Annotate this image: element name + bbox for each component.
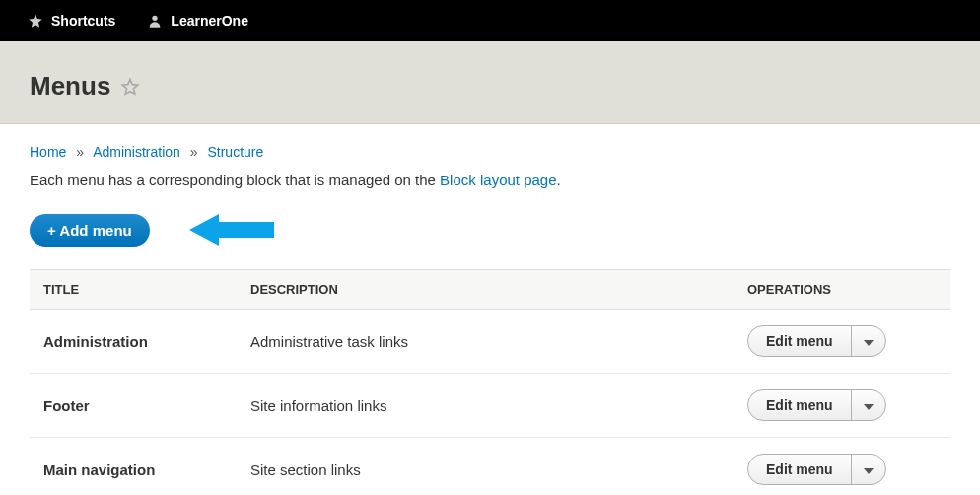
table-row: Footer Site information links Edit menu <box>30 374 950 438</box>
table-row: Administration Administrative task links… <box>30 310 950 374</box>
menu-operations-cell: Edit menu <box>734 310 950 374</box>
menu-description-cell: Site information links <box>237 374 734 438</box>
breadcrumb-separator: » <box>76 144 84 160</box>
menu-operations-cell: Edit menu <box>734 374 950 438</box>
menu-title-cell: Administration <box>30 310 237 374</box>
block-layout-page-link[interactable]: Block layout page <box>440 172 556 188</box>
admin-toolbar: Shortcuts LearnerOne <box>0 0 980 41</box>
breadcrumb-link-administration[interactable]: Administration <box>93 144 180 160</box>
caret-down-icon <box>864 461 874 477</box>
menus-table: TITLE DESCRIPTION OPERATIONS Administrat… <box>30 269 950 495</box>
operations-toggle-button[interactable] <box>851 390 885 420</box>
column-header-title: TITLE <box>30 270 237 310</box>
breadcrumb-link-home[interactable]: Home <box>30 144 66 160</box>
page-header: Menus <box>0 41 980 124</box>
arrow-annotation-icon <box>189 210 274 249</box>
operations-toggle-button[interactable] <box>851 326 885 356</box>
edit-menu-button[interactable]: Edit menu <box>748 390 851 420</box>
column-header-operations: OPERATIONS <box>734 270 950 310</box>
breadcrumb: Home » Administration » Structure <box>30 144 950 160</box>
edit-menu-button[interactable]: Edit menu <box>748 455 851 484</box>
toolbar-shortcuts-label: Shortcuts <box>51 13 115 29</box>
menu-title-cell: Footer <box>30 374 237 438</box>
page-title-text: Menus <box>30 71 110 102</box>
svg-marker-1 <box>189 214 274 246</box>
operations-dropbutton: Edit menu <box>747 454 886 485</box>
operations-dropbutton: Edit menu <box>747 325 886 357</box>
toolbar-user[interactable]: LearnerOne <box>131 0 264 41</box>
menu-description-cell: Administrative task links <box>237 310 734 374</box>
description-suffix: . <box>557 172 561 188</box>
menu-title-cell: Main navigation <box>30 438 237 496</box>
svg-point-0 <box>153 16 158 21</box>
breadcrumb-link-structure[interactable]: Structure <box>207 144 263 160</box>
operations-dropbutton: Edit menu <box>747 389 886 421</box>
description-prefix: Each menu has a corresponding block that… <box>30 172 440 188</box>
content-area: Home » Administration » Structure Each m… <box>0 124 980 495</box>
user-icon <box>147 13 163 29</box>
menu-operations-cell: Edit menu <box>734 438 950 496</box>
table-row: Main navigation Site section links Edit … <box>30 438 950 496</box>
breadcrumb-separator: » <box>190 144 198 160</box>
add-menu-button[interactable]: + Add menu <box>30 214 150 247</box>
column-header-description: DESCRIPTION <box>237 270 734 310</box>
page-title: Menus <box>30 71 950 102</box>
caret-down-icon <box>864 397 874 413</box>
page-description: Each menu has a corresponding block that… <box>30 172 950 188</box>
toolbar-user-label: LearnerOne <box>171 13 248 29</box>
menu-description-cell: Site section links <box>237 438 734 496</box>
edit-menu-button[interactable]: Edit menu <box>748 326 851 356</box>
action-buttons-row: + Add menu <box>30 210 950 249</box>
operations-toggle-button[interactable] <box>851 455 885 484</box>
caret-down-icon <box>864 333 874 349</box>
favorite-star-icon[interactable] <box>120 77 140 97</box>
star-icon <box>28 13 43 29</box>
toolbar-shortcuts[interactable]: Shortcuts <box>12 0 131 41</box>
